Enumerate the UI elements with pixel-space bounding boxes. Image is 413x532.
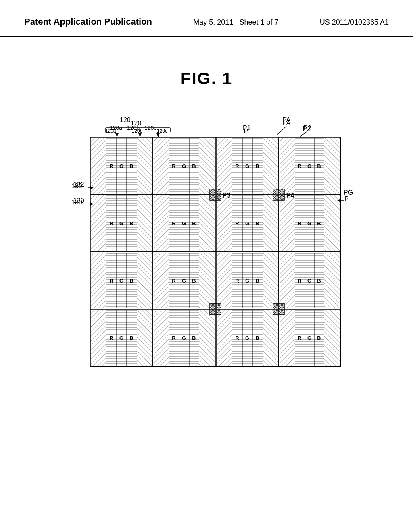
svg-text:B: B xyxy=(317,220,321,227)
svg-text:B: B xyxy=(255,335,259,341)
svg-rect-119 xyxy=(137,310,152,366)
svg-rect-83 xyxy=(137,253,152,308)
svg-text:P1: P1 xyxy=(244,128,252,135)
svg-line-172 xyxy=(300,132,307,137)
svg-text:R: R xyxy=(109,335,113,341)
svg-text:G: G xyxy=(245,163,249,169)
svg-text:G: G xyxy=(245,278,249,284)
svg-rect-136 xyxy=(217,310,232,366)
svg-rect-11 xyxy=(137,138,152,194)
svg-rect-38 xyxy=(324,138,340,194)
svg-text:G: G xyxy=(119,335,123,341)
figure-title: FIG. 1 xyxy=(0,69,413,88)
svg-rect-155 xyxy=(273,189,284,200)
svg-rect-10 xyxy=(91,138,106,194)
svg-text:G: G xyxy=(245,220,249,227)
svg-text:G: G xyxy=(245,335,249,341)
main-diagram-svg: R G B R G B xyxy=(65,104,348,378)
publication-title: Patent Application Publication xyxy=(24,16,152,28)
svg-text:G: G xyxy=(119,220,123,227)
svg-rect-29 xyxy=(263,138,278,194)
svg-text:B: B xyxy=(192,220,196,227)
svg-text:B: B xyxy=(129,278,133,284)
svg-text:B: B xyxy=(129,163,133,169)
svg-text:B: B xyxy=(129,335,133,341)
svg-text:R: R xyxy=(235,163,239,169)
svg-text:R: R xyxy=(235,220,239,227)
svg-text:R: R xyxy=(172,278,176,284)
svg-rect-154 xyxy=(210,303,221,315)
svg-rect-19 xyxy=(154,138,169,194)
svg-text:B: B xyxy=(255,163,259,169)
svg-rect-82 xyxy=(91,253,106,308)
svg-text:R: R xyxy=(172,163,176,169)
svg-rect-64 xyxy=(217,195,232,251)
svg-rect-145 xyxy=(280,310,295,366)
svg-text:B: B xyxy=(317,335,321,341)
svg-rect-127 xyxy=(154,310,169,366)
svg-text:B: B xyxy=(129,220,133,227)
svg-text:PA: PA xyxy=(282,120,290,127)
svg-rect-92 xyxy=(199,253,215,308)
svg-text:R: R xyxy=(298,220,302,227)
svg-text:G: G xyxy=(307,278,311,284)
svg-text:G: G xyxy=(119,278,123,284)
svg-text:120: 120 xyxy=(131,120,142,127)
svg-rect-137 xyxy=(263,310,278,366)
svg-rect-118 xyxy=(91,310,106,366)
svg-rect-56 xyxy=(199,195,215,251)
svg-rect-74 xyxy=(324,195,340,251)
sheet: Sheet 1 of 7 xyxy=(239,18,278,26)
svg-text:R: R xyxy=(298,163,302,169)
svg-text:R: R xyxy=(109,278,113,284)
svg-text:B: B xyxy=(317,278,321,284)
svg-rect-55 xyxy=(154,195,169,251)
svg-rect-28 xyxy=(217,138,232,194)
patent-number: US 2011/0102365 A1 xyxy=(320,16,389,27)
svg-rect-109 xyxy=(280,253,295,308)
svg-rect-20 xyxy=(199,138,215,194)
svg-rect-110 xyxy=(324,253,340,308)
svg-rect-46 xyxy=(91,195,106,251)
svg-text:B: B xyxy=(255,278,259,284)
svg-text:B: B xyxy=(192,278,196,284)
svg-line-168 xyxy=(277,126,286,135)
svg-text:G: G xyxy=(182,335,186,341)
svg-rect-100 xyxy=(217,253,232,308)
svg-text:R: R xyxy=(235,335,239,341)
svg-text:R: R xyxy=(172,220,176,227)
svg-rect-91 xyxy=(154,253,169,308)
svg-text:132: 132 xyxy=(71,183,82,189)
svg-text:G: G xyxy=(307,220,311,227)
date: May 5, 2011 xyxy=(193,18,233,26)
patent-header: Patent Application Publication May 5, 20… xyxy=(0,0,413,37)
svg-text:P2: P2 xyxy=(302,125,311,132)
svg-text:120c: 120c xyxy=(157,128,167,134)
date-sheet: May 5, 2011 Sheet 1 of 7 xyxy=(193,16,278,27)
svg-text:R: R xyxy=(109,220,113,227)
svg-text:B: B xyxy=(317,163,321,169)
svg-text:120b: 120b xyxy=(132,128,143,134)
svg-text:B: B xyxy=(192,163,196,169)
svg-rect-128 xyxy=(199,310,215,366)
svg-rect-146 xyxy=(324,310,340,366)
svg-rect-101 xyxy=(263,253,278,308)
svg-text:R: R xyxy=(172,335,176,341)
svg-text:G: G xyxy=(307,335,311,341)
svg-text:R: R xyxy=(235,278,239,284)
svg-text:130: 130 xyxy=(71,199,82,206)
diagram-wrapper: 120 120a 120b 120c PA P1 P2 132 130 P3 P… xyxy=(65,104,348,378)
svg-text:G: G xyxy=(182,220,186,227)
svg-text:G: G xyxy=(182,278,186,284)
svg-text:PG: PG xyxy=(344,195,348,202)
svg-text:R: R xyxy=(109,163,113,169)
svg-text:120a: 120a xyxy=(105,128,116,134)
diagram-container: 120 120a 120b 120c PA P1 P2 132 130 P3 P… xyxy=(0,104,413,378)
svg-text:G: G xyxy=(119,163,123,169)
svg-rect-153 xyxy=(210,189,221,200)
svg-text:G: G xyxy=(307,163,311,169)
svg-text:R: R xyxy=(298,278,302,284)
svg-text:P3: P3 xyxy=(223,192,231,199)
svg-text:R: R xyxy=(298,335,302,341)
svg-text:B: B xyxy=(192,335,196,341)
